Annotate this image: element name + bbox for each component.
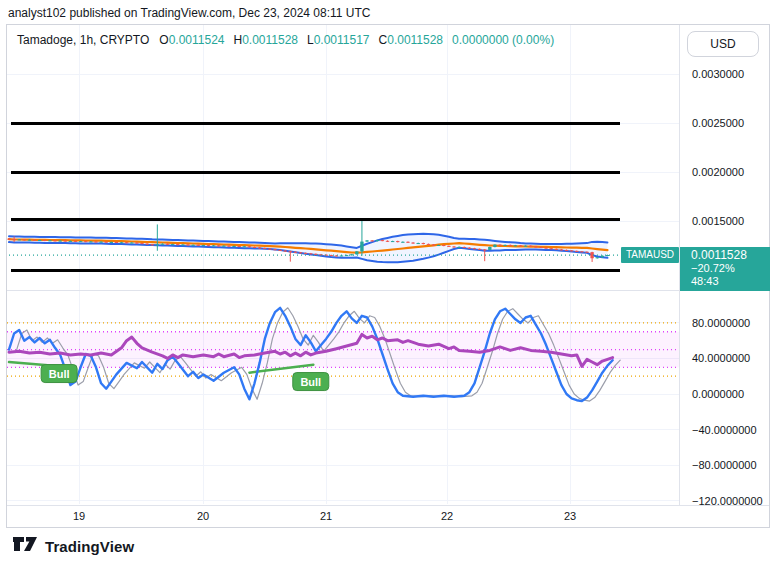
price-tick-label: 0.0025000 [692,117,744,129]
price-tick-label: 0.0030000 [692,68,744,80]
price-tick-label: 0.0020000 [692,166,744,178]
plot-area[interactable]: BullBull Tamadoge, 1h, CRYPTOO0.0011524H… [7,25,679,505]
time-axis[interactable]: 1920212223 [7,505,769,527]
chart-frame: BullBull Tamadoge, 1h, CRYPTOO0.0011524H… [6,24,770,528]
ohlc-open: O0.0011524 [159,33,224,47]
svg-text:Bull: Bull [49,368,70,380]
ohlc-low: L0.0011517 [307,33,370,47]
chart-legend: Tamadoge, 1h, CRYPTOO0.0011524H0.0011528… [17,33,554,47]
oscillator-bands [7,323,679,376]
indicator-tick-label: 80.0000000 [692,317,750,329]
change-value: 0.0000000 (0.00%) [452,33,554,47]
bull-label: Bull [41,365,77,383]
gridlines [7,25,679,504]
last-price-axis-label: 0.0011528 −20.72% 48:43 [680,247,770,291]
price-axis[interactable]: USD 0.00300000.00250000.00200000.0015000… [679,25,769,505]
symbol-title[interactable]: Tamadoge, 1h, CRYPTO [17,33,149,47]
chart-canvas[interactable]: BullBull [7,25,679,505]
time-tick-label[interactable]: 20 [197,510,209,522]
time-tick-label[interactable]: 21 [320,510,332,522]
footer: TradingView [12,534,134,558]
tradingview-snapshot: analyst102 published on TradingView.com,… [0,0,778,562]
price-change-percent: −20.72% [691,262,770,275]
bull-label: Bull [293,373,329,391]
time-tick-label[interactable]: 19 [73,510,85,522]
svg-text:Bull: Bull [300,376,321,388]
tradingview-logo-text[interactable]: TradingView [45,538,134,555]
indicator-tick-label: 0.0000000 [692,388,744,400]
ohlc-close: C0.0011528 [379,33,444,47]
ohlc-high: H0.0011528 [233,33,298,47]
tradingview-logo-icon[interactable] [12,534,38,558]
currency-toggle-button[interactable]: USD [687,31,759,57]
time-tick-label[interactable]: 22 [441,510,453,522]
attribution-text: analyst102 published on TradingView.com,… [8,6,370,20]
last-price: 0.0011528 [691,249,770,262]
candles-series [7,221,609,262]
time-tick-label[interactable]: 23 [564,510,576,522]
indicator-tick-label: −80.0000000 [692,459,757,471]
price-tick-label: 0.0015000 [692,215,744,227]
symbol-price-tag: TAMAUSD [621,247,679,263]
indicator-tick-label: −40.0000000 [692,424,757,436]
bar-countdown: 48:43 [691,275,770,288]
indicator-tick-label: 40.0000000 [692,352,750,364]
bollinger-bands [9,234,607,262]
